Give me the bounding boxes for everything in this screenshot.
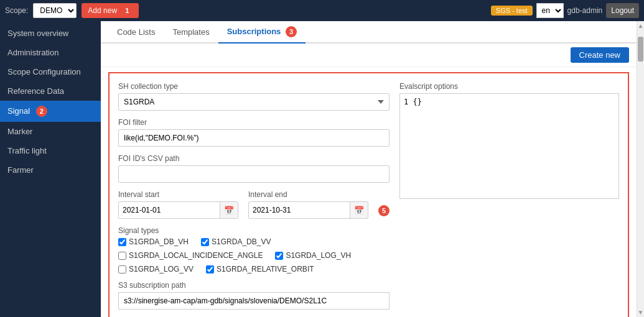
signal-type-S1GRDA_LOG_VV[interactable]: S1GRDA_LOG_VV <box>118 265 194 273</box>
subscriptions-badge: 3 <box>286 26 297 37</box>
top-bar: Scope: DEMO Add new 1 SGS - test en gdb-… <box>0 0 644 21</box>
s3-path-label: S3 subscription path <box>118 281 390 290</box>
scrollbar-thumb[interactable] <box>638 37 643 62</box>
interval-start-calendar-icon[interactable]: 📅 <box>220 202 238 218</box>
checkbox-S1GRDA_LOG_VV[interactable] <box>118 265 126 273</box>
scope-label: Scope: <box>5 6 28 15</box>
signal-type-S1GRDA_DB_VH[interactable]: S1GRDA_DB_VH <box>118 237 189 246</box>
signal-types-group: Signal types S1GRDA_DB_VH S1GRDA_DB_VV <box>118 226 390 273</box>
add-new-badge: 1 <box>121 5 133 16</box>
tab-code-lists[interactable]: Code Lists <box>108 22 164 43</box>
add-new-button[interactable]: Add new 1 <box>82 3 139 18</box>
detail-form: SH collection type S1GRDA S2L1C S2L2A FO… <box>108 72 629 317</box>
interval-start-input[interactable] <box>119 202 220 218</box>
foi-csv-path-label: FOI ID's CSV path <box>118 154 390 163</box>
interval-start-field: Interval start 📅 <box>118 190 238 219</box>
foi-filter-label: FOI filter <box>118 118 390 127</box>
evalscript-textarea[interactable]: 1 {} <box>399 93 619 199</box>
interval-end-wrap: 📅 <box>248 201 368 219</box>
checkbox-S1GRDA_DB_VH[interactable] <box>118 238 126 246</box>
content-area: Code Lists Templates Subscriptions 3 Cre… <box>101 21 637 317</box>
main-layout: System overview Administration Scope Con… <box>0 21 644 317</box>
sidebar-item-traffic-light[interactable]: Traffic light <box>0 141 101 160</box>
interval-start-wrap: 📅 <box>118 201 238 219</box>
date-group: Interval start 📅 Interval end 📅 <box>118 190 390 219</box>
logout-button[interactable]: Logout <box>606 3 639 18</box>
interval-end-calendar-icon[interactable]: 📅 <box>350 202 368 218</box>
top-bar-right: SGS - test en gdb-admin Logout <box>491 3 639 18</box>
sidebar-item-scope-configuration[interactable]: Scope Configuration <box>0 62 101 81</box>
create-new-button[interactable]: Create new <box>571 47 629 63</box>
tab-subscriptions[interactable]: Subscriptions 3 <box>218 21 306 44</box>
signal-badge: 2 <box>36 106 47 117</box>
sh-collection-type-group: SH collection type S1GRDA S2L1C S2L2A <box>118 82 390 111</box>
interval-end-input[interactable] <box>249 202 350 218</box>
sh-collection-type-label: SH collection type <box>118 82 390 91</box>
scope-select[interactable]: DEMO <box>33 3 77 18</box>
signal-type-S1GRDA_RELATIVE_ORBIT[interactable]: S1GRDA_RELATIVE_ORBIT <box>206 265 314 273</box>
s3-path-input[interactable] <box>118 292 390 310</box>
s3-path-group: S3 subscription path <box>118 281 390 310</box>
checkbox-S1GRDA_LOCAL_INCIDENCE_ANGLE[interactable] <box>118 252 126 260</box>
signal-type-S1GRDA_LOCAL_INCIDENCE_ANGLE[interactable]: S1GRDA_LOCAL_INCIDENCE_ANGLE <box>118 251 263 260</box>
sgs-badge: SGS - test <box>491 6 533 16</box>
foi-csv-path-input[interactable] <box>118 165 390 183</box>
sidebar-item-farmer[interactable]: Farmer <box>0 160 101 180</box>
form-left-panel: SH collection type S1GRDA S2L1C S2L2A FO… <box>118 82 390 317</box>
sidebar-item-marker[interactable]: Marker <box>0 122 101 141</box>
checkbox-S1GRDA_LOG_VH[interactable] <box>275 252 283 260</box>
sidebar-item-administration[interactable]: Administration <box>0 43 101 62</box>
sidebar: System overview Administration Scope Con… <box>0 21 101 317</box>
tabs-bar: Code Lists Templates Subscriptions 3 <box>101 21 637 44</box>
signal-types-grid: S1GRDA_DB_VH S1GRDA_DB_VV S1GRDA_LOCAL_I… <box>118 237 390 273</box>
scrollbar-down[interactable]: ▼ <box>637 308 644 317</box>
checkbox-S1GRDA_RELATIVE_ORBIT[interactable] <box>206 265 214 273</box>
interval-badge: 5 <box>378 205 390 216</box>
checkbox-S1GRDA_DB_VV[interactable] <box>201 238 209 246</box>
sidebar-item-reference-data[interactable]: Reference Data <box>0 81 101 101</box>
language-select[interactable]: en <box>536 3 564 18</box>
tab-templates[interactable]: Templates <box>164 22 218 43</box>
interval-end-label: Interval end <box>248 190 368 199</box>
content-toolbar: Create new <box>101 44 637 67</box>
interval-end-field: Interval end 📅 <box>248 190 368 219</box>
sidebar-item-system-overview[interactable]: System overview <box>0 24 101 43</box>
signal-types-label: Signal types <box>118 226 390 235</box>
user-label: gdb-admin <box>567 6 603 15</box>
evalscript-label: Evalscript options <box>399 82 619 91</box>
sidebar-item-signal[interactable]: Signal 2 <box>0 101 101 122</box>
foi-filter-input[interactable] <box>118 129 390 147</box>
scrollbar-track <box>637 30 644 308</box>
interval-start-label: Interval start <box>118 190 238 199</box>
sh-collection-type-select[interactable]: S1GRDA S2L1C S2L2A <box>118 93 390 111</box>
signal-type-S1GRDA_LOG_VH[interactable]: S1GRDA_LOG_VH <box>275 251 351 260</box>
interval-group: Interval start 📅 Interval end 📅 <box>118 190 390 219</box>
form-right-panel: Evalscript options 1 {} <box>399 82 619 317</box>
foi-csv-path-group: FOI ID's CSV path <box>118 154 390 183</box>
signal-type-S1GRDA_DB_VV[interactable]: S1GRDA_DB_VV <box>201 237 271 246</box>
foi-filter-group: FOI filter <box>118 118 390 147</box>
scrollbar-up[interactable]: ▲ <box>637 21 644 30</box>
scrollbar: ▲ ▼ <box>637 21 644 317</box>
